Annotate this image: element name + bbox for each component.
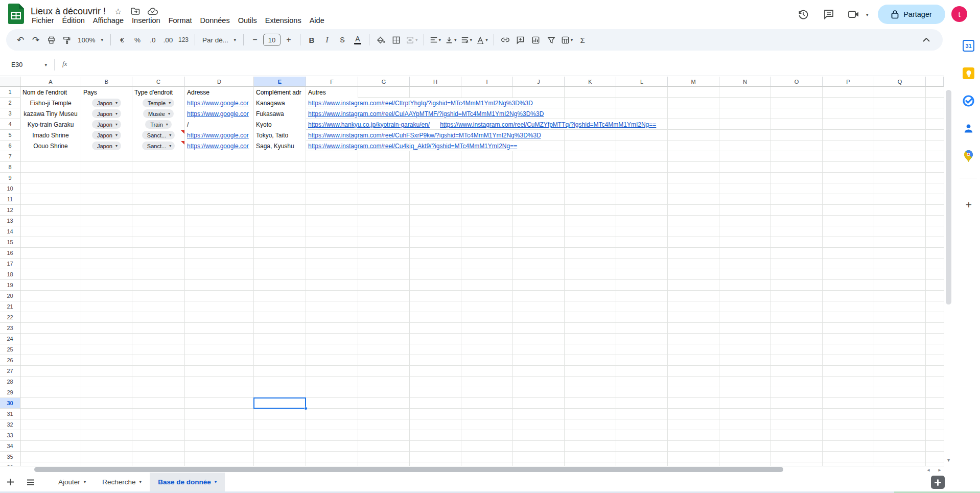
table-views-button[interactable]: ▾	[559, 33, 575, 47]
text-rotation-button[interactable]: ▾	[475, 33, 489, 47]
column-header-J[interactable]: J	[513, 77, 565, 87]
menu-format[interactable]: Format	[165, 14, 196, 29]
row-header-22[interactable]: 22	[0, 312, 20, 323]
cell-C4[interactable]: Train▾	[132, 119, 184, 130]
row-header-34[interactable]: 34	[0, 441, 20, 452]
column-header-N[interactable]: N	[719, 77, 771, 87]
text-wrap-button[interactable]: ▾	[459, 33, 474, 47]
others-link-2-1[interactable]: https://www.instagram.com/reel/CttrptYhg…	[308, 100, 533, 107]
column-header-H[interactable]: H	[410, 77, 461, 87]
column-header-E[interactable]: E	[254, 77, 306, 87]
address-link-3[interactable]: https://www.google.cor	[187, 110, 249, 118]
vertical-scrollbar-thumb[interactable]	[946, 90, 951, 304]
row-header-20[interactable]: 20	[0, 291, 20, 301]
row-header-14[interactable]: 14	[0, 226, 20, 237]
country-dropdown-2[interactable]: Japon▾	[92, 99, 121, 107]
select-all-corner[interactable]	[0, 77, 20, 87]
column-header-partial[interactable]	[926, 77, 944, 87]
row-header-36[interactable]: 36	[0, 462, 20, 466]
cell-E1[interactable]: Complément adr	[254, 87, 306, 98]
row-header-5[interactable]: 5	[0, 130, 20, 140]
menu-extensions[interactable]: Extensions	[261, 14, 306, 29]
tasks-icon[interactable]	[963, 95, 974, 107]
row-header-21[interactable]: 21	[0, 301, 20, 312]
cell-D3[interactable]: https://www.google.cor	[185, 108, 253, 119]
address-link-5[interactable]: https://www.google.cor	[187, 132, 249, 139]
horizontal-align-button[interactable]: ▾	[428, 33, 443, 47]
zoom-select[interactable]: 100%▾	[75, 33, 106, 47]
row-header-23[interactable]: 23	[0, 323, 20, 334]
address-link-2[interactable]: https://www.google.cor	[187, 100, 249, 107]
type-dropdown-3[interactable]: Musée▾	[143, 109, 174, 118]
column-header-A[interactable]: A	[20, 77, 81, 87]
filter-button[interactable]	[544, 33, 558, 47]
version-history-icon[interactable]	[797, 8, 810, 21]
more-formats-button[interactable]: 123	[176, 33, 191, 47]
cell-D5[interactable]: https://www.google.cor	[185, 130, 253, 140]
text-color-button[interactable]: A	[351, 33, 365, 47]
cell-C5[interactable]: Sanct...▾	[132, 130, 184, 140]
menu-outils[interactable]: Outils	[234, 14, 261, 29]
cell-C6[interactable]: Sanct...▾	[132, 140, 184, 151]
cell-D6[interactable]: https://www.google.cor	[185, 140, 253, 151]
cell-E4[interactable]: Kyoto	[254, 119, 306, 130]
cell-D2[interactable]: https://www.google.cor	[185, 98, 253, 108]
maps-icon[interactable]	[963, 150, 974, 162]
cell-B6[interactable]: Japon▾	[81, 140, 132, 151]
format-percent-button[interactable]: %	[130, 33, 145, 47]
row-header-11[interactable]: 11	[0, 194, 20, 205]
fill-handle[interactable]	[304, 407, 308, 410]
meet-video-icon[interactable]	[847, 8, 860, 21]
row-header-35[interactable]: 35	[0, 452, 20, 462]
row-header-16[interactable]: 16	[0, 248, 20, 259]
cell-C2[interactable]: Temple▾	[132, 98, 184, 108]
column-header-O[interactable]: O	[771, 77, 823, 87]
country-dropdown-4[interactable]: Japon▾	[92, 120, 121, 129]
row-header-26[interactable]: 26	[0, 355, 20, 366]
cell-A6[interactable]: Oouo Shrine	[20, 140, 81, 151]
row-header-15[interactable]: 15	[0, 237, 20, 248]
menu-edition[interactable]: Édition	[58, 14, 89, 29]
contacts-icon[interactable]	[963, 123, 974, 134]
increase-font-size-button[interactable]: +	[282, 33, 296, 47]
row-header-32[interactable]: 32	[0, 419, 20, 430]
cell-C3[interactable]: Musée▾	[132, 108, 184, 119]
functions-button[interactable]: Σ	[575, 33, 590, 47]
cell-B4[interactable]: Japon▾	[81, 119, 132, 130]
vertical-align-button[interactable]: ▾	[444, 33, 458, 47]
column-header-K[interactable]: K	[565, 77, 616, 87]
others-link-5-1[interactable]: https://www.instagram.com/reel/CuhFSxrP9…	[308, 132, 541, 139]
cell-F1[interactable]: Autres	[306, 87, 358, 98]
undo-button[interactable]: ↶	[13, 33, 28, 47]
name-box[interactable]: E30 ▾	[7, 58, 51, 72]
insert-comment-button[interactable]	[514, 33, 528, 47]
comments-icon[interactable]	[823, 8, 836, 21]
menu-fichier[interactable]: Fichier	[28, 14, 58, 29]
cell-B3[interactable]: Japon▾	[81, 108, 132, 119]
sheet-tab-base-de-donnee[interactable]: Base de donnée▾	[150, 473, 225, 491]
decrease-font-size-button[interactable]: −	[248, 33, 262, 47]
row-header-30[interactable]: 30	[0, 398, 20, 409]
column-header-M[interactable]: M	[668, 77, 719, 87]
column-header-L[interactable]: L	[616, 77, 668, 87]
row-header-8[interactable]: 8	[0, 162, 20, 173]
row-header-17[interactable]: 17	[0, 259, 20, 269]
type-dropdown-6[interactable]: Sanct...▾	[142, 142, 175, 150]
row-header-4[interactable]: 4	[0, 119, 20, 130]
cell-D4[interactable]: /	[185, 119, 253, 130]
column-header-C[interactable]: C	[132, 77, 185, 87]
decrease-decimal-button[interactable]: .0	[146, 33, 160, 47]
insert-link-button[interactable]	[498, 33, 512, 47]
row-header-13[interactable]: 13	[0, 216, 20, 226]
row-header-7[interactable]: 7	[0, 151, 20, 162]
selected-cell-E30[interactable]	[253, 397, 306, 409]
menu-affichage[interactable]: Affichage	[89, 14, 128, 29]
row-header-19[interactable]: 19	[0, 280, 20, 291]
get-add-ons-button[interactable]: +	[963, 199, 974, 210]
type-dropdown-5[interactable]: Sanct...▾	[142, 131, 175, 139]
italic-button[interactable]: I	[320, 33, 334, 47]
row-header-12[interactable]: 12	[0, 205, 20, 216]
sheet-tab-recherche[interactable]: Recherche▾	[94, 473, 150, 491]
calendar-icon[interactable]: 31	[963, 40, 974, 52]
country-dropdown-3[interactable]: Japon▾	[92, 109, 121, 118]
